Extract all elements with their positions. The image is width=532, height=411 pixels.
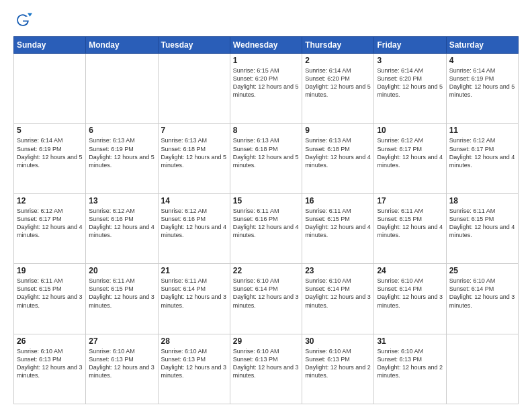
day-header-wednesday: Wednesday [230, 37, 302, 54]
calendar-cell: 24Sunrise: 6:10 AMSunset: 6:14 PMDayligh… [374, 264, 446, 334]
day-number: 12 [17, 196, 83, 205]
calendar-cell [158, 54, 230, 124]
day-number: 25 [449, 266, 515, 275]
cell-info: Sunrise: 6:13 AMSunset: 6:19 PMDaylight:… [89, 136, 154, 169]
calendar-cell: 26Sunrise: 6:10 AMSunset: 6:13 PMDayligh… [14, 334, 86, 404]
day-number: 27 [89, 336, 154, 346]
cell-info: Sunrise: 6:12 AMSunset: 6:17 PMDaylight:… [449, 136, 515, 169]
cell-info: Sunrise: 6:14 AMSunset: 6:20 PMDaylight:… [305, 66, 371, 99]
day-number: 9 [305, 126, 371, 135]
calendar-cell: 5Sunrise: 6:14 AMSunset: 6:19 PMDaylight… [14, 124, 86, 193]
cell-info: Sunrise: 6:10 AMSunset: 6:13 PMDaylight:… [377, 347, 443, 380]
cell-info: Sunrise: 6:11 AMSunset: 6:15 PMDaylight:… [89, 277, 154, 310]
day-number: 11 [449, 126, 515, 135]
day-number: 4 [449, 56, 515, 65]
cell-info: Sunrise: 6:11 AMSunset: 6:15 PMDaylight:… [17, 277, 83, 310]
day-number: 10 [377, 126, 443, 135]
cell-info: Sunrise: 6:10 AMSunset: 6:14 PMDaylight:… [305, 277, 371, 310]
calendar-cell: 30Sunrise: 6:10 AMSunset: 6:13 PMDayligh… [302, 334, 374, 404]
calendar-header-row: SundayMondayTuesdayWednesdayThursdayFrid… [14, 37, 519, 54]
cell-info: Sunrise: 6:13 AMSunset: 6:18 PMDaylight:… [233, 136, 299, 169]
day-number: 26 [17, 336, 83, 346]
day-number: 30 [305, 336, 371, 346]
cell-info: Sunrise: 6:12 AMSunset: 6:16 PMDaylight:… [161, 207, 227, 240]
cell-info: Sunrise: 6:13 AMSunset: 6:18 PMDaylight:… [305, 136, 371, 169]
day-number: 24 [377, 266, 443, 275]
day-number: 8 [233, 126, 299, 135]
day-number: 13 [89, 196, 154, 205]
day-header-tuesday: Tuesday [158, 37, 230, 54]
cell-info: Sunrise: 6:12 AMSunset: 6:17 PMDaylight:… [377, 136, 443, 169]
page: SundayMondayTuesdayWednesdayThursdayFrid… [0, 0, 532, 411]
logo-icon [13, 11, 32, 30]
day-number: 5 [17, 126, 83, 135]
cell-info: Sunrise: 6:10 AMSunset: 6:13 PMDaylight:… [89, 347, 154, 380]
cell-info: Sunrise: 6:10 AMSunset: 6:14 PMDaylight:… [233, 277, 299, 310]
week-row-4: 19Sunrise: 6:11 AMSunset: 6:15 PMDayligh… [14, 264, 519, 334]
cell-info: Sunrise: 6:15 AMSunset: 6:20 PMDaylight:… [233, 66, 299, 99]
calendar-cell: 22Sunrise: 6:10 AMSunset: 6:14 PMDayligh… [230, 264, 302, 334]
day-number: 19 [17, 266, 83, 275]
cell-info: Sunrise: 6:12 AMSunset: 6:16 PMDaylight:… [89, 207, 154, 240]
calendar-cell: 10Sunrise: 6:12 AMSunset: 6:17 PMDayligh… [374, 124, 446, 193]
svg-marker-1 [28, 13, 32, 17]
day-number: 21 [161, 266, 227, 275]
calendar-cell: 3Sunrise: 6:14 AMSunset: 6:20 PMDaylight… [374, 54, 446, 124]
day-number: 15 [233, 196, 299, 205]
day-number: 6 [89, 126, 154, 135]
cell-info: Sunrise: 6:10 AMSunset: 6:13 PMDaylight:… [17, 347, 83, 380]
calendar-cell: 7Sunrise: 6:13 AMSunset: 6:18 PMDaylight… [158, 124, 230, 193]
day-number: 23 [305, 266, 371, 275]
day-header-thursday: Thursday [302, 37, 374, 54]
calendar-cell [14, 54, 86, 124]
cell-info: Sunrise: 6:10 AMSunset: 6:13 PMDaylight:… [161, 347, 227, 380]
calendar-cell: 23Sunrise: 6:10 AMSunset: 6:14 PMDayligh… [302, 264, 374, 334]
calendar-cell: 9Sunrise: 6:13 AMSunset: 6:18 PMDaylight… [302, 124, 374, 193]
cell-info: Sunrise: 6:14 AMSunset: 6:19 PMDaylight:… [17, 136, 83, 169]
cell-info: Sunrise: 6:14 AMSunset: 6:20 PMDaylight:… [377, 66, 443, 99]
calendar-cell: 21Sunrise: 6:11 AMSunset: 6:14 PMDayligh… [158, 264, 230, 334]
calendar-cell: 14Sunrise: 6:12 AMSunset: 6:16 PMDayligh… [158, 193, 230, 263]
calendar-cell [86, 54, 158, 124]
calendar-cell: 27Sunrise: 6:10 AMSunset: 6:13 PMDayligh… [86, 334, 158, 404]
calendar-cell: 1Sunrise: 6:15 AMSunset: 6:20 PMDaylight… [230, 54, 302, 124]
day-number: 29 [233, 336, 299, 346]
day-number: 17 [377, 196, 443, 205]
calendar-cell: 20Sunrise: 6:11 AMSunset: 6:15 PMDayligh… [86, 264, 158, 334]
calendar-cell: 6Sunrise: 6:13 AMSunset: 6:19 PMDaylight… [86, 124, 158, 193]
cell-info: Sunrise: 6:14 AMSunset: 6:19 PMDaylight:… [449, 66, 515, 99]
week-row-1: 1Sunrise: 6:15 AMSunset: 6:20 PMDaylight… [14, 54, 519, 124]
calendar-cell: 15Sunrise: 6:11 AMSunset: 6:16 PMDayligh… [230, 193, 302, 263]
week-row-3: 12Sunrise: 6:12 AMSunset: 6:17 PMDayligh… [14, 193, 519, 263]
day-number: 28 [161, 336, 227, 346]
calendar-cell: 12Sunrise: 6:12 AMSunset: 6:17 PMDayligh… [14, 193, 86, 263]
day-number: 22 [233, 266, 299, 275]
day-header-friday: Friday [374, 37, 446, 54]
day-number: 1 [233, 56, 299, 65]
day-number: 3 [377, 56, 443, 65]
cell-info: Sunrise: 6:10 AMSunset: 6:14 PMDaylight:… [377, 277, 443, 310]
week-row-5: 26Sunrise: 6:10 AMSunset: 6:13 PMDayligh… [14, 334, 519, 404]
calendar-cell: 8Sunrise: 6:13 AMSunset: 6:18 PMDaylight… [230, 124, 302, 193]
day-number: 20 [89, 266, 154, 275]
cell-info: Sunrise: 6:11 AMSunset: 6:15 PMDaylight:… [305, 207, 371, 240]
calendar-cell: 25Sunrise: 6:10 AMSunset: 6:14 PMDayligh… [446, 264, 518, 334]
cell-info: Sunrise: 6:10 AMSunset: 6:13 PMDaylight:… [233, 347, 299, 380]
calendar-cell: 17Sunrise: 6:11 AMSunset: 6:15 PMDayligh… [374, 193, 446, 263]
header [13, 11, 519, 30]
calendar-cell: 19Sunrise: 6:11 AMSunset: 6:15 PMDayligh… [14, 264, 86, 334]
calendar-cell: 11Sunrise: 6:12 AMSunset: 6:17 PMDayligh… [446, 124, 518, 193]
calendar-cell: 29Sunrise: 6:10 AMSunset: 6:13 PMDayligh… [230, 334, 302, 404]
day-number: 2 [305, 56, 371, 65]
day-header-sunday: Sunday [14, 37, 86, 54]
day-header-monday: Monday [86, 37, 158, 54]
day-number: 18 [449, 196, 515, 205]
cell-info: Sunrise: 6:11 AMSunset: 6:16 PMDaylight:… [233, 207, 299, 240]
day-header-saturday: Saturday [446, 37, 518, 54]
cell-info: Sunrise: 6:10 AMSunset: 6:13 PMDaylight:… [305, 347, 371, 380]
calendar-cell: 16Sunrise: 6:11 AMSunset: 6:15 PMDayligh… [302, 193, 374, 263]
day-number: 31 [377, 336, 443, 346]
calendar-table: SundayMondayTuesdayWednesdayThursdayFrid… [13, 36, 519, 404]
cell-info: Sunrise: 6:11 AMSunset: 6:14 PMDaylight:… [161, 277, 227, 310]
calendar-cell: 31Sunrise: 6:10 AMSunset: 6:13 PMDayligh… [374, 334, 446, 404]
